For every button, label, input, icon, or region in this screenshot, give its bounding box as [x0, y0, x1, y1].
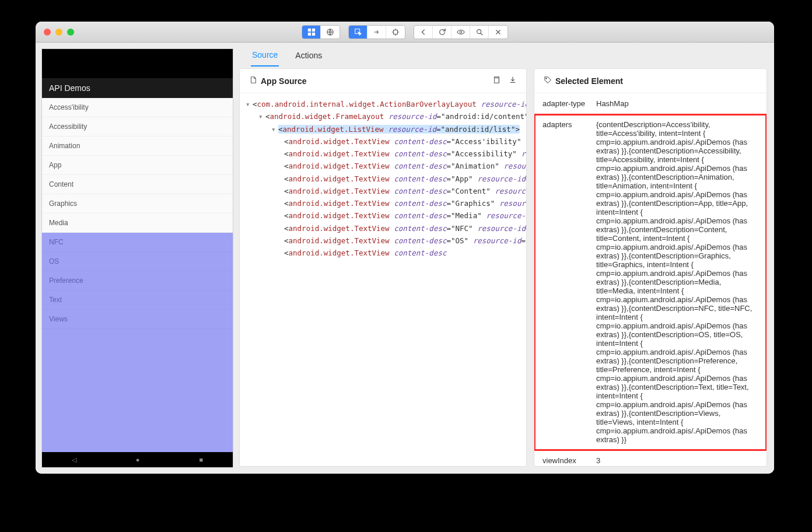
tap-coordinates-button[interactable] [386, 26, 405, 38]
view-mode-group [302, 25, 340, 39]
attr-value: 3 [596, 456, 758, 465]
source-panel-title: App Source [261, 76, 307, 86]
device-list-item[interactable]: Media [42, 214, 233, 233]
svg-point-8 [477, 29, 481, 33]
attr-value: HashMap [596, 99, 758, 108]
attr-key: adapter-type [542, 99, 596, 108]
refresh-button[interactable] [433, 26, 452, 38]
device-list-item[interactable]: NFC [42, 233, 233, 252]
svg-rect-6 [394, 30, 398, 34]
svg-rect-3 [312, 32, 314, 35]
right-pane: Source Actions App Source ▾<com.android.… [239, 43, 774, 474]
attr-row-viewindex: viewIndex 3 [534, 450, 766, 466]
source-panel-header: App Source [240, 69, 526, 93]
swipe-button[interactable] [368, 26, 386, 38]
source-tree[interactable]: ▾<com.android.internal.widget.ActionBarO… [240, 93, 526, 466]
svg-rect-2 [307, 32, 310, 35]
device-list-item[interactable]: Views [42, 310, 233, 329]
android-statusbar [42, 49, 233, 78]
android-appbar: API Demos [42, 78, 233, 98]
toolbar [302, 25, 508, 39]
svg-point-7 [460, 31, 462, 33]
device-list-area: Access'ibilityAccessibilityAnimationAppC… [42, 98, 233, 452]
nav-recent-icon[interactable]: ■ [199, 456, 203, 463]
tag-icon [544, 76, 552, 86]
attr-key: viewIndex [542, 456, 596, 465]
content-area: API Demos Access'ibilityAccessibilityAni… [36, 43, 774, 474]
svg-rect-0 [307, 28, 310, 31]
device-list-item[interactable]: Content [42, 175, 233, 194]
search-button[interactable] [470, 26, 489, 38]
attr-key: adapters [542, 120, 596, 444]
file-icon [249, 76, 257, 86]
device-list-item[interactable]: App [42, 156, 233, 175]
device-list-item[interactable]: Animation [42, 136, 233, 156]
tab-actions[interactable]: Actions [294, 45, 323, 66]
svg-rect-9 [495, 78, 499, 83]
window-controls [44, 29, 74, 36]
app-source-panel: App Source ▾<com.android.internal.widget… [239, 68, 527, 467]
web-mode-button[interactable] [321, 26, 340, 38]
maximize-window-button[interactable] [67, 29, 74, 36]
nav-home-icon[interactable]: ● [136, 456, 140, 463]
download-xml-button[interactable] [509, 76, 517, 86]
selected-element-panel: Selected Element adapter-type HashMap ad… [534, 68, 767, 467]
selected-panel-header: Selected Element [534, 69, 766, 93]
titlebar [36, 22, 774, 43]
nav-group [414, 25, 508, 39]
inspect-group [348, 25, 405, 39]
nav-back-icon[interactable]: ◁ [72, 456, 76, 464]
eye-button[interactable] [452, 26, 470, 38]
app-title: API Demos [49, 83, 90, 93]
device-list-item[interactable]: Accessibility [42, 117, 233, 136]
panels: App Source ▾<com.android.internal.widget… [239, 68, 767, 467]
inspector-window: API Demos Access'ibilityAccessibilityAni… [36, 22, 774, 474]
tabs: Source Actions [239, 43, 767, 68]
device-pane: API Demos Access'ibilityAccessibilityAni… [36, 43, 239, 474]
select-element-button[interactable] [349, 26, 368, 38]
back-button[interactable] [414, 26, 433, 38]
attribute-table: adapter-type HashMap adapters {contentDe… [534, 93, 766, 466]
device-list-item[interactable]: OS [42, 252, 233, 271]
selected-panel-title: Selected Element [555, 76, 623, 86]
device-screen[interactable]: API Demos Access'ibilityAccessibilityAni… [41, 48, 233, 468]
tab-source[interactable]: Source [251, 44, 279, 66]
svg-point-10 [546, 78, 547, 79]
copy-xml-button[interactable] [492, 76, 501, 86]
svg-rect-1 [312, 28, 314, 31]
quit-button[interactable] [489, 26, 508, 38]
device-list-item[interactable]: Access'ibility [42, 98, 233, 117]
device-list-item[interactable]: Preference [42, 271, 233, 290]
device-list-item[interactable]: Graphics [42, 194, 233, 214]
native-mode-button[interactable] [302, 26, 321, 38]
attr-row-adapters: adapters {contentDescription=Access'ibil… [534, 114, 766, 450]
attr-row-adapter-type: adapter-type HashMap [534, 93, 766, 114]
minimize-window-button[interactable] [55, 29, 62, 36]
android-navbar: ◁ ● ■ [42, 452, 233, 467]
device-list-item[interactable]: Text [42, 290, 233, 310]
attr-value: {contentDescription=Access'ibility, titl… [596, 120, 758, 444]
close-window-button[interactable] [44, 29, 51, 36]
